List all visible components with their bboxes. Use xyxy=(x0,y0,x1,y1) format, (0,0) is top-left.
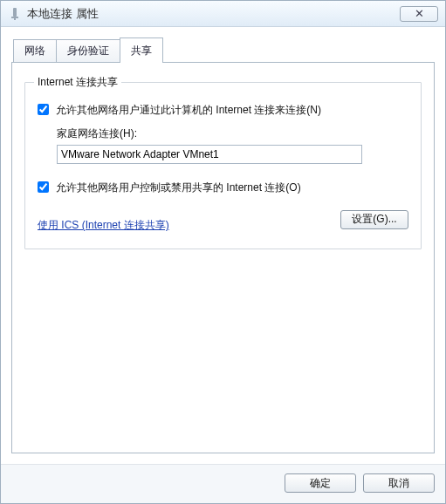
window-title: 本地连接 属性 xyxy=(27,6,99,22)
ok-button[interactable]: 确定 xyxy=(285,473,356,493)
tab-network[interactable]: 网络 xyxy=(13,39,57,63)
svg-rect-1 xyxy=(11,17,18,18)
tab-label: 网络 xyxy=(24,44,45,57)
tab-label: 共享 xyxy=(131,44,152,57)
svg-rect-0 xyxy=(13,8,17,17)
label-home-network: 家庭网络连接(H): xyxy=(57,126,408,141)
dialog-window: 本地连接 属性 ✕ 网络 身份验证 共享 Internet 连接共享 允许其他网… xyxy=(0,0,446,504)
label-allow-share: 允许其他网络用户通过此计算机的 Internet 连接来连接(N) xyxy=(56,102,321,118)
tabstrip: 网络 身份验证 共享 xyxy=(11,37,435,63)
settings-button[interactable]: 设置(G)... xyxy=(340,210,408,229)
close-button[interactable]: ✕ xyxy=(400,6,438,22)
client-area: 网络 身份验证 共享 Internet 连接共享 允许其他网络用户通过此计算机的… xyxy=(1,27,445,464)
tab-panel-sharing: Internet 连接共享 允许其他网络用户通过此计算机的 Internet 连… xyxy=(11,62,435,453)
group-internet-sharing: Internet 连接共享 允许其他网络用户通过此计算机的 Internet 连… xyxy=(24,82,422,249)
home-network-block: 家庭网络连接(H): xyxy=(57,126,408,164)
label-allow-control: 允许其他网络用户控制或禁用共享的 Internet 连接(O) xyxy=(56,180,301,195)
link-ics-help[interactable]: 使用 ICS (Internet 连接共享) xyxy=(38,218,169,233)
titlebar: 本地连接 属性 ✕ xyxy=(1,1,445,27)
svg-rect-2 xyxy=(14,18,16,20)
tab-sharing[interactable]: 共享 xyxy=(120,37,163,63)
row-allow-share: 允许其他网络用户通过此计算机的 Internet 连接来连接(N) xyxy=(38,102,408,118)
combo-home-network[interactable] xyxy=(57,145,362,164)
close-icon: ✕ xyxy=(415,7,424,20)
tab-auth[interactable]: 身份验证 xyxy=(56,39,120,63)
cancel-button[interactable]: 取消 xyxy=(363,473,435,493)
group-title: Internet 连接共享 xyxy=(34,75,121,90)
checkbox-allow-control[interactable] xyxy=(38,181,49,193)
tab-label: 身份验证 xyxy=(67,44,109,57)
dialog-footer: 确定 取消 xyxy=(1,464,445,503)
network-adapter-icon xyxy=(8,7,22,21)
row-allow-control: 允许其他网络用户控制或禁用共享的 Internet 连接(O) xyxy=(38,180,408,195)
row-link-settings: 使用 ICS (Internet 连接共享) 设置(G)... xyxy=(38,206,408,233)
checkbox-allow-share[interactable] xyxy=(38,104,49,115)
